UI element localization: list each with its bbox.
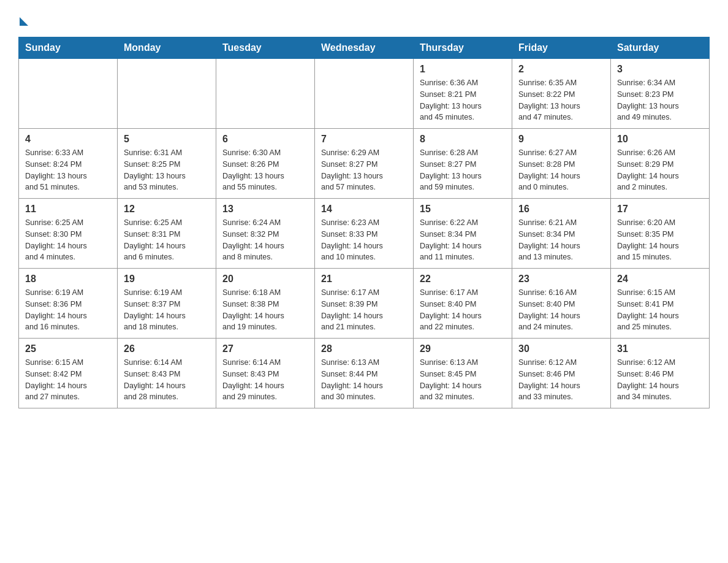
day-info: Sunrise: 6:12 AMSunset: 8:46 PMDaylight:… xyxy=(518,357,604,403)
day-number: 16 xyxy=(518,204,604,215)
day-info: Sunrise: 6:16 AMSunset: 8:40 PMDaylight:… xyxy=(518,287,604,333)
day-of-week-header: Monday xyxy=(118,37,216,59)
calendar-cell: 15Sunrise: 6:22 AMSunset: 8:34 PMDayligh… xyxy=(414,199,512,269)
calendar-cell: 7Sunrise: 6:29 AMSunset: 8:27 PMDaylight… xyxy=(315,129,414,199)
day-number: 8 xyxy=(420,134,506,145)
calendar-cell: 2Sunrise: 6:35 AMSunset: 8:22 PMDaylight… xyxy=(512,59,611,129)
calendar-cell: 5Sunrise: 6:31 AMSunset: 8:25 PMDaylight… xyxy=(118,129,216,199)
day-of-week-header: Sunday xyxy=(19,37,118,59)
day-of-week-header: Tuesday xyxy=(216,37,315,59)
day-number: 12 xyxy=(124,204,210,215)
calendar-cell: 16Sunrise: 6:21 AMSunset: 8:34 PMDayligh… xyxy=(512,199,611,269)
day-number: 10 xyxy=(617,134,703,145)
calendar-cell: 18Sunrise: 6:19 AMSunset: 8:36 PMDayligh… xyxy=(19,269,118,339)
calendar-cell: 14Sunrise: 6:23 AMSunset: 8:33 PMDayligh… xyxy=(315,199,414,269)
calendar-cell: 8Sunrise: 6:28 AMSunset: 8:27 PMDaylight… xyxy=(414,129,512,199)
day-number: 6 xyxy=(222,134,308,145)
day-number: 19 xyxy=(124,274,210,285)
week-row: 25Sunrise: 6:15 AMSunset: 8:42 PMDayligh… xyxy=(19,339,710,408)
day-info: Sunrise: 6:33 AMSunset: 8:24 PMDaylight:… xyxy=(25,147,111,193)
calendar-cell: 30Sunrise: 6:12 AMSunset: 8:46 PMDayligh… xyxy=(512,339,611,408)
day-info: Sunrise: 6:15 AMSunset: 8:42 PMDaylight:… xyxy=(25,357,111,403)
calendar-table: SundayMondayTuesdayWednesdayThursdayFrid… xyxy=(18,37,710,408)
day-number: 29 xyxy=(420,343,506,354)
calendar-cell: 10Sunrise: 6:26 AMSunset: 8:29 PMDayligh… xyxy=(611,129,710,199)
day-number: 26 xyxy=(124,343,210,354)
calendar-cell: 21Sunrise: 6:17 AMSunset: 8:39 PMDayligh… xyxy=(315,269,414,339)
day-number: 30 xyxy=(518,343,604,354)
day-info: Sunrise: 6:28 AMSunset: 8:27 PMDaylight:… xyxy=(420,147,506,193)
calendar-cell: 23Sunrise: 6:16 AMSunset: 8:40 PMDayligh… xyxy=(512,269,611,339)
calendar-cell: 13Sunrise: 6:24 AMSunset: 8:32 PMDayligh… xyxy=(216,199,315,269)
day-info: Sunrise: 6:19 AMSunset: 8:37 PMDaylight:… xyxy=(124,287,210,333)
day-number: 4 xyxy=(25,134,111,145)
day-number: 5 xyxy=(124,134,210,145)
calendar-cell: 31Sunrise: 6:12 AMSunset: 8:46 PMDayligh… xyxy=(611,339,710,408)
day-number: 14 xyxy=(321,204,407,215)
calendar-cell xyxy=(216,59,315,129)
day-number: 23 xyxy=(518,274,604,285)
day-number: 15 xyxy=(420,204,506,215)
calendar-cell: 6Sunrise: 6:30 AMSunset: 8:26 PMDaylight… xyxy=(216,129,315,199)
day-number: 13 xyxy=(222,204,308,215)
day-info: Sunrise: 6:15 AMSunset: 8:41 PMDaylight:… xyxy=(617,287,703,333)
day-info: Sunrise: 6:12 AMSunset: 8:46 PMDaylight:… xyxy=(617,357,703,403)
calendar-cell: 29Sunrise: 6:13 AMSunset: 8:45 PMDayligh… xyxy=(414,339,512,408)
day-info: Sunrise: 6:20 AMSunset: 8:35 PMDaylight:… xyxy=(617,217,703,263)
calendar-cell: 4Sunrise: 6:33 AMSunset: 8:24 PMDaylight… xyxy=(19,129,118,199)
day-number: 18 xyxy=(25,274,111,285)
day-info: Sunrise: 6:29 AMSunset: 8:27 PMDaylight:… xyxy=(321,147,407,193)
day-info: Sunrise: 6:24 AMSunset: 8:32 PMDaylight:… xyxy=(222,217,308,263)
day-info: Sunrise: 6:17 AMSunset: 8:39 PMDaylight:… xyxy=(321,287,407,333)
logo xyxy=(18,12,38,25)
day-of-week-header: Friday xyxy=(512,37,611,59)
day-number: 17 xyxy=(617,204,703,215)
day-number: 3 xyxy=(617,64,703,75)
day-info: Sunrise: 6:31 AMSunset: 8:25 PMDaylight:… xyxy=(124,147,210,193)
day-of-week-header: Thursday xyxy=(414,37,512,59)
calendar-cell: 1Sunrise: 6:36 AMSunset: 8:21 PMDaylight… xyxy=(414,59,512,129)
day-number: 7 xyxy=(321,134,407,145)
calendar-cell xyxy=(19,59,118,129)
day-info: Sunrise: 6:18 AMSunset: 8:38 PMDaylight:… xyxy=(222,287,308,333)
day-of-week-header: Wednesday xyxy=(315,37,414,59)
logo-arrow-icon xyxy=(20,17,28,26)
calendar-cell xyxy=(315,59,414,129)
day-number: 28 xyxy=(321,343,407,354)
calendar-cell: 3Sunrise: 6:34 AMSunset: 8:23 PMDaylight… xyxy=(611,59,710,129)
calendar-cell: 27Sunrise: 6:14 AMSunset: 8:43 PMDayligh… xyxy=(216,339,315,408)
day-info: Sunrise: 6:35 AMSunset: 8:22 PMDaylight:… xyxy=(518,77,604,123)
calendar-cell: 17Sunrise: 6:20 AMSunset: 8:35 PMDayligh… xyxy=(611,199,710,269)
calendar-cell: 19Sunrise: 6:19 AMSunset: 8:37 PMDayligh… xyxy=(118,269,216,339)
calendar-cell: 24Sunrise: 6:15 AMSunset: 8:41 PMDayligh… xyxy=(611,269,710,339)
day-number: 11 xyxy=(25,204,111,215)
calendar-cell: 20Sunrise: 6:18 AMSunset: 8:38 PMDayligh… xyxy=(216,269,315,339)
day-info: Sunrise: 6:14 AMSunset: 8:43 PMDaylight:… xyxy=(124,357,210,403)
week-row: 4Sunrise: 6:33 AMSunset: 8:24 PMDaylight… xyxy=(19,129,710,199)
day-info: Sunrise: 6:23 AMSunset: 8:33 PMDaylight:… xyxy=(321,217,407,263)
day-number: 1 xyxy=(420,64,506,75)
day-info: Sunrise: 6:13 AMSunset: 8:45 PMDaylight:… xyxy=(420,357,506,403)
day-number: 25 xyxy=(25,343,111,354)
day-info: Sunrise: 6:13 AMSunset: 8:44 PMDaylight:… xyxy=(321,357,407,403)
day-info: Sunrise: 6:30 AMSunset: 8:26 PMDaylight:… xyxy=(222,147,308,193)
calendar-cell xyxy=(118,59,216,129)
day-info: Sunrise: 6:25 AMSunset: 8:30 PMDaylight:… xyxy=(25,217,111,263)
day-info: Sunrise: 6:36 AMSunset: 8:21 PMDaylight:… xyxy=(420,77,506,123)
calendar-cell: 25Sunrise: 6:15 AMSunset: 8:42 PMDayligh… xyxy=(19,339,118,408)
day-info: Sunrise: 6:25 AMSunset: 8:31 PMDaylight:… xyxy=(124,217,210,263)
day-number: 27 xyxy=(222,343,308,354)
day-info: Sunrise: 6:17 AMSunset: 8:40 PMDaylight:… xyxy=(420,287,506,333)
day-number: 2 xyxy=(518,64,604,75)
calendar-cell: 9Sunrise: 6:27 AMSunset: 8:28 PMDaylight… xyxy=(512,129,611,199)
week-row: 18Sunrise: 6:19 AMSunset: 8:36 PMDayligh… xyxy=(19,269,710,339)
day-info: Sunrise: 6:34 AMSunset: 8:23 PMDaylight:… xyxy=(617,77,703,123)
day-info: Sunrise: 6:14 AMSunset: 8:43 PMDaylight:… xyxy=(222,357,308,403)
calendar-cell: 28Sunrise: 6:13 AMSunset: 8:44 PMDayligh… xyxy=(315,339,414,408)
day-info: Sunrise: 6:27 AMSunset: 8:28 PMDaylight:… xyxy=(518,147,604,193)
day-number: 20 xyxy=(222,274,308,285)
calendar-cell: 26Sunrise: 6:14 AMSunset: 8:43 PMDayligh… xyxy=(118,339,216,408)
calendar-cell: 22Sunrise: 6:17 AMSunset: 8:40 PMDayligh… xyxy=(414,269,512,339)
day-info: Sunrise: 6:21 AMSunset: 8:34 PMDaylight:… xyxy=(518,217,604,263)
day-info: Sunrise: 6:22 AMSunset: 8:34 PMDaylight:… xyxy=(420,217,506,263)
